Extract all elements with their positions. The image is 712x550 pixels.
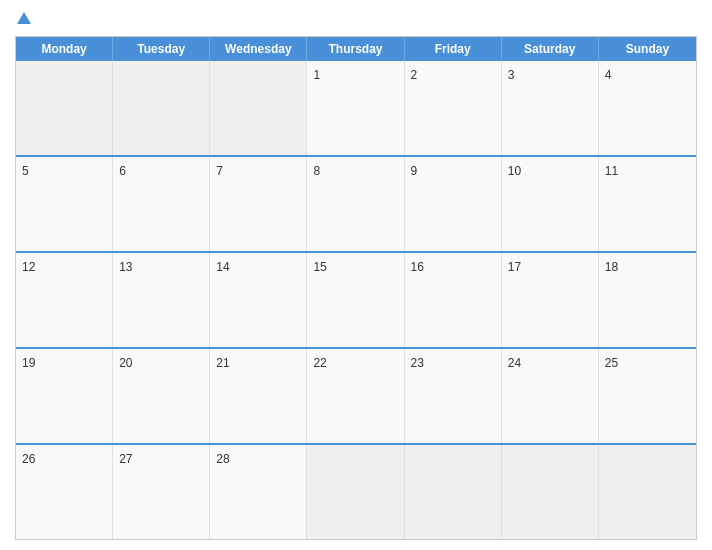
day-number: 5 (22, 164, 29, 178)
week-row-5: 262728 (16, 443, 696, 539)
day-cell: 8 (307, 157, 404, 251)
day-cell: 16 (405, 253, 502, 347)
day-cell (307, 445, 404, 539)
logo-triangle-icon (17, 12, 31, 24)
day-cell: 23 (405, 349, 502, 443)
weeks-container: 1234567891011121314151617181920212223242… (16, 61, 696, 539)
day-cell (405, 445, 502, 539)
day-cell: 5 (16, 157, 113, 251)
day-number: 20 (119, 356, 132, 370)
day-header-monday: Monday (16, 37, 113, 61)
day-number: 17 (508, 260, 521, 274)
calendar-page: MondayTuesdayWednesdayThursdayFridaySatu… (0, 0, 712, 550)
day-cell: 20 (113, 349, 210, 443)
day-cell: 25 (599, 349, 696, 443)
day-header-thursday: Thursday (307, 37, 404, 61)
day-number: 19 (22, 356, 35, 370)
day-number: 27 (119, 452, 132, 466)
day-cell: 27 (113, 445, 210, 539)
day-number: 12 (22, 260, 35, 274)
day-number: 26 (22, 452, 35, 466)
day-cell: 17 (502, 253, 599, 347)
day-header-wednesday: Wednesday (210, 37, 307, 61)
day-number: 21 (216, 356, 229, 370)
day-cell: 19 (16, 349, 113, 443)
day-number: 8 (313, 164, 320, 178)
day-cell: 14 (210, 253, 307, 347)
day-cell: 2 (405, 61, 502, 155)
day-number: 15 (313, 260, 326, 274)
day-cell: 22 (307, 349, 404, 443)
day-number: 25 (605, 356, 618, 370)
day-cell: 9 (405, 157, 502, 251)
day-cell: 3 (502, 61, 599, 155)
day-cell: 11 (599, 157, 696, 251)
day-header-friday: Friday (405, 37, 502, 61)
day-cell: 24 (502, 349, 599, 443)
day-number: 7 (216, 164, 223, 178)
week-row-1: 1234 (16, 61, 696, 155)
header (15, 10, 697, 28)
day-cell: 15 (307, 253, 404, 347)
day-cell: 7 (210, 157, 307, 251)
week-row-3: 12131415161718 (16, 251, 696, 347)
day-cell (599, 445, 696, 539)
day-cell: 26 (16, 445, 113, 539)
calendar-grid: MondayTuesdayWednesdayThursdayFridaySatu… (15, 36, 697, 540)
day-number: 22 (313, 356, 326, 370)
day-number: 13 (119, 260, 132, 274)
day-headers-row: MondayTuesdayWednesdayThursdayFridaySatu… (16, 37, 696, 61)
day-cell (502, 445, 599, 539)
day-number: 6 (119, 164, 126, 178)
day-header-sunday: Sunday (599, 37, 696, 61)
logo-wrapper (15, 14, 31, 24)
day-cell: 1 (307, 61, 404, 155)
day-cell: 6 (113, 157, 210, 251)
day-cell: 10 (502, 157, 599, 251)
day-header-tuesday: Tuesday (113, 37, 210, 61)
day-number: 14 (216, 260, 229, 274)
day-cell: 12 (16, 253, 113, 347)
day-cell: 18 (599, 253, 696, 347)
day-cell: 4 (599, 61, 696, 155)
day-cell: 13 (113, 253, 210, 347)
day-number: 24 (508, 356, 521, 370)
week-row-2: 567891011 (16, 155, 696, 251)
logo (15, 14, 31, 24)
day-cell (16, 61, 113, 155)
day-number: 18 (605, 260, 618, 274)
day-cell: 28 (210, 445, 307, 539)
day-number: 16 (411, 260, 424, 274)
day-number: 11 (605, 164, 618, 178)
day-number: 10 (508, 164, 521, 178)
day-number: 3 (508, 68, 515, 82)
day-cell (210, 61, 307, 155)
day-number: 2 (411, 68, 418, 82)
day-cell (113, 61, 210, 155)
day-number: 23 (411, 356, 424, 370)
day-number: 4 (605, 68, 612, 82)
day-header-saturday: Saturday (502, 37, 599, 61)
day-number: 28 (216, 452, 229, 466)
day-number: 1 (313, 68, 320, 82)
day-cell: 21 (210, 349, 307, 443)
week-row-4: 19202122232425 (16, 347, 696, 443)
logo-line1 (15, 14, 31, 24)
day-number: 9 (411, 164, 418, 178)
